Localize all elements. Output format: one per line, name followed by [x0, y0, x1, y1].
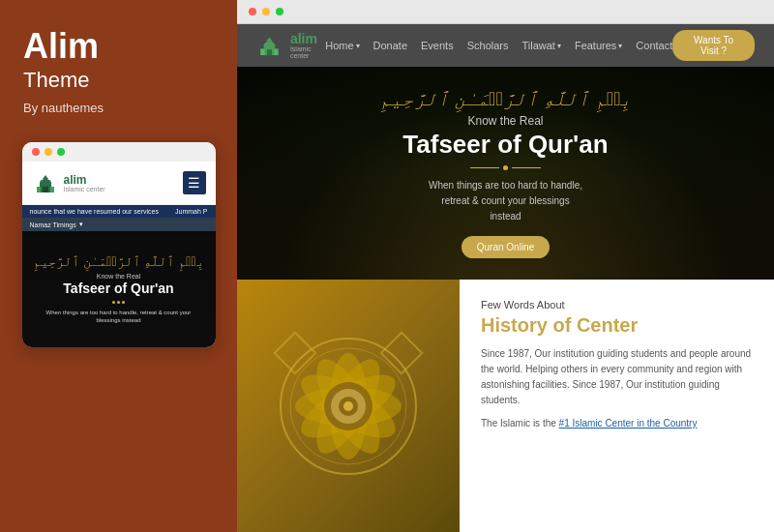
- history-paragraph-2-text: The Islamic is the: [481, 418, 556, 429]
- mobile-logo-icon: [32, 169, 59, 196]
- hero-body: When things are too hard to handle, retr…: [429, 178, 582, 224]
- nav-link-donate[interactable]: Donate: [373, 40, 407, 51]
- features-arrow-icon: ▾: [618, 42, 622, 50]
- mobile-ticker-right: Jummah P: [175, 208, 207, 215]
- svg-rect-1: [43, 186, 48, 192]
- hero-body-line3: instead: [490, 211, 521, 222]
- mobile-divider-dots: [112, 301, 125, 304]
- site-logo-icon: [256, 30, 283, 61]
- site-nav-links: Home ▾ Donate Events Scholars Tilawat ▾ …: [325, 40, 672, 51]
- svg-rect-13: [274, 48, 278, 55]
- site-logo-text: alim Islamic center: [290, 32, 325, 59]
- browser-dot-green: [276, 8, 283, 15]
- history-paragraph-2: The Islamic is the #1 Islamic Center in …: [481, 416, 753, 431]
- hero-tagline: Know the Real: [467, 114, 543, 128]
- sidebar-subtitle: Theme: [23, 68, 214, 93]
- svg-rect-3: [44, 179, 47, 183]
- divider-dot-1: [112, 301, 115, 304]
- divider-dot-3: [122, 301, 125, 304]
- history-section-title: History of Center: [481, 314, 753, 337]
- few-words-label: Few Words About: [481, 299, 753, 310]
- svg-marker-4: [43, 175, 48, 179]
- website-preview: alim Islamic center Home ▾ Donate Events…: [237, 24, 774, 532]
- below-fold-content: Few Words About History of Center Since …: [460, 280, 774, 532]
- svg-rect-5: [37, 187, 41, 192]
- hero-title: Tafseer of Qur'an: [402, 130, 608, 160]
- dot-green: [57, 148, 65, 156]
- history-paragraph-1: Since 1987, Our institution guiding stud…: [481, 346, 753, 408]
- hero-divider: [470, 165, 541, 170]
- nav-cta-button[interactable]: Wants To Visit ?: [672, 30, 755, 61]
- history-link[interactable]: #1 Islamic Center in the Country: [559, 418, 698, 429]
- svg-rect-27: [381, 332, 422, 372]
- nav-link-events[interactable]: Events: [421, 40, 454, 51]
- site-logo: alim Islamic center: [256, 30, 325, 61]
- mobile-namaz-bar: Namaz Timings ▾: [22, 218, 216, 231]
- nav-link-contact[interactable]: Contact: [636, 40, 672, 51]
- tilawat-arrow-icon: ▾: [557, 42, 561, 50]
- nav-link-tilawat[interactable]: Tilawat ▾: [521, 40, 560, 51]
- mobile-arabic-text: بِسۡمِ ٱللَّهِ ٱلرَّحۡمَـٰنِ ٱلرَّحِيمِ: [33, 253, 203, 269]
- divider-line-left: [470, 167, 499, 168]
- mobile-hero: بِسۡمِ ٱللَّهِ ٱلرَّحۡمَـٰنِ ٱلرَّحِيمِ …: [22, 231, 216, 347]
- site-logo-name: alim: [290, 32, 325, 45]
- sidebar: Alim Theme By nauthemes: [0, 0, 237, 532]
- hero-arabic-text: بِسۡمِ ٱللَّهِ ٱلرَّحۡمَـٰنِ ٱلرَّحِيمِ: [379, 88, 633, 110]
- below-fold-image: [237, 280, 460, 532]
- svg-rect-26: [275, 332, 315, 372]
- mobile-namaz-label: Namaz Timings: [30, 222, 76, 228]
- mobile-hero-title: Tafseer of Qur'an: [63, 281, 173, 296]
- browser-dot-red: [249, 8, 256, 15]
- svg-rect-12: [260, 48, 264, 55]
- below-fold-section: Few Words About History of Center Since …: [237, 280, 774, 532]
- mandala-art-icon: [271, 329, 426, 484]
- mobile-hero-body: When things are too hard to handle, retr…: [30, 309, 208, 325]
- dot-red: [32, 148, 40, 156]
- divider-dot-2: [117, 301, 120, 304]
- site-logo-sub: Islamic center: [290, 45, 325, 59]
- mobile-namaz-arrow: ▾: [79, 221, 83, 228]
- site-nav: alim Islamic center Home ▾ Donate Events…: [237, 24, 774, 67]
- hero-body-line1: When things are too hard to handle,: [429, 180, 582, 191]
- mobile-menu-icon[interactable]: ☰: [183, 171, 206, 194]
- mobile-hero-sub: Know the Real: [97, 273, 141, 280]
- mobile-logo: alim Islamic center: [32, 169, 105, 196]
- mobile-preview-card: alim Islamic center ☰ nounce that we hav…: [22, 142, 216, 347]
- svg-rect-6: [50, 187, 54, 192]
- mobile-ticker: nounce that we have resumed our services…: [22, 205, 216, 218]
- nav-link-home[interactable]: Home ▾: [325, 40, 359, 51]
- mobile-card-bar: [22, 142, 216, 162]
- nav-link-scholars[interactable]: Scholars: [467, 40, 509, 51]
- home-arrow-icon: ▾: [356, 42, 360, 50]
- sidebar-title: Alim: [23, 29, 214, 64]
- hero-body-line2: retreat & count your blessings: [441, 195, 569, 206]
- browser-bar: [237, 0, 774, 24]
- divider-line-right: [512, 167, 541, 168]
- mobile-logo-name: alim: [64, 174, 105, 186]
- svg-rect-10: [268, 42, 271, 45]
- mobile-logo-sub: Islamic center: [64, 186, 105, 192]
- hamburger-icon: ☰: [188, 175, 200, 191]
- nav-link-features[interactable]: Features ▾: [575, 40, 622, 51]
- svg-point-25: [343, 401, 353, 411]
- hero-cta-button[interactable]: Quran Online: [461, 236, 550, 258]
- divider-dot-center: [503, 165, 508, 170]
- dot-yellow: [45, 148, 52, 156]
- mobile-nav: alim Islamic center ☰: [22, 162, 216, 205]
- browser-dot-yellow: [262, 8, 270, 15]
- mobile-ticker-left: nounce that we have resumed our services: [30, 208, 159, 215]
- sidebar-author: By nauthemes: [23, 101, 214, 115]
- hero-section: بِسۡمِ ٱللَّهِ ٱلرَّحۡمَـٰنِ ٱلرَّحِيمِ …: [237, 67, 774, 280]
- right-panel: alim Islamic center Home ▾ Donate Events…: [237, 0, 774, 532]
- mobile-logo-text: alim Islamic center: [64, 174, 105, 192]
- svg-marker-11: [266, 38, 273, 42]
